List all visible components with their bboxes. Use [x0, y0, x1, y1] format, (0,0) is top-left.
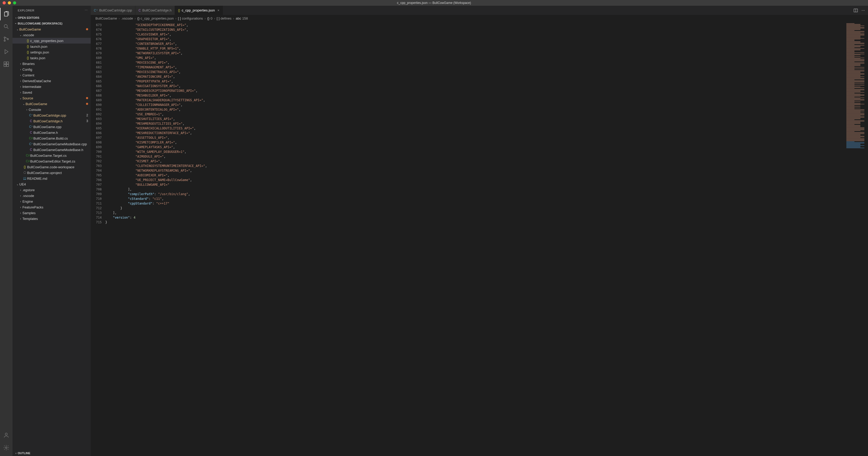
chevron-right-icon: › [19, 189, 23, 192]
cpp-file-icon: C⁺ [29, 125, 33, 129]
file-row[interactable]: CBullCowGameGameModeBase.h [12, 147, 91, 152]
file-row[interactable]: C#BullCowGame.Build.cs [12, 135, 91, 141]
json-file-icon: {} [26, 50, 30, 54]
more-actions-icon[interactable]: ⋯ [862, 8, 865, 12]
file-row[interactable]: 🕮README.md [12, 176, 91, 181]
breadcrumb-item[interactable]: abc158 [236, 17, 248, 20]
folder-row[interactable]: ›Samples [12, 210, 91, 216]
folder-row[interactable]: ⌄BullCowGame [12, 26, 91, 32]
breadcrumbs[interactable]: BullCowGame›.vscode›{}c_cpp_properties.j… [91, 15, 868, 22]
minimap[interactable] [844, 22, 868, 456]
open-editors-label: OPEN EDITORS [18, 16, 39, 19]
chevron-down-icon: ⌄ [16, 183, 19, 186]
file-row[interactable]: {}c_cpp_properties.json [12, 38, 91, 44]
account-activity-icon[interactable] [0, 429, 12, 441]
breadcrumb-item[interactable]: {}0 [207, 17, 212, 20]
folder-row[interactable]: ›.vscode [12, 193, 91, 199]
search-activity-icon[interactable] [0, 20, 12, 33]
file-row[interactable]: CBullCowGame.h [12, 130, 91, 135]
breadcrumb-type-icon: [ ] [178, 17, 181, 20]
modified-dot-icon [86, 97, 88, 99]
editor-body[interactable]: 6736746756766776786796806816826836846856… [91, 22, 868, 456]
line-gutter: 6736746756766776786796806816826836846856… [91, 22, 105, 456]
folder-row[interactable]: ›Content [12, 72, 91, 78]
settings-activity-icon[interactable] [0, 441, 12, 454]
tree-item-label: BullCowGameGameModeBase.h [33, 148, 88, 152]
file-row[interactable]: C⁺BullCowGame.cpp [12, 124, 91, 130]
folder-row[interactable]: ⌄.vscode [12, 32, 91, 38]
editor-tab[interactable]: C⁺BullCowCartridge.cpp [91, 6, 135, 15]
folder-row[interactable]: ›Binaries [12, 61, 91, 66]
tab-bar: C⁺BullCowCartridge.cppCBullCowCartridge.… [91, 6, 868, 15]
minimize-window-button[interactable] [8, 1, 11, 4]
file-row[interactable]: {}BullCowGame.code-workspace [12, 164, 91, 170]
h-file-icon: C [29, 119, 33, 123]
folder-row[interactable]: ⌄UE4 [12, 181, 91, 187]
cpp-file-icon: C⁺ [94, 9, 98, 12]
breadcrumb-item[interactable]: [ ]configurations [178, 17, 203, 20]
file-row[interactable]: {}launch.json [12, 44, 91, 49]
folder-row[interactable]: ›Intermediate [12, 84, 91, 89]
folder-row[interactable]: ›Saved [12, 89, 91, 95]
editor-tab[interactable]: CBullCowCartridge.h [135, 6, 175, 15]
breadcrumb-label: defines [220, 17, 231, 20]
breadcrumb-item[interactable]: .vscode [121, 17, 133, 20]
file-tree[interactable]: ⌄BullCowGame⌄.vscode{}c_cpp_properties.j… [12, 26, 91, 450]
folder-row[interactable]: ›Config [12, 66, 91, 72]
h-file-icon: C [29, 131, 33, 134]
chevron-right-icon: › [19, 200, 23, 203]
split-editor-icon[interactable] [854, 8, 858, 12]
json-file-icon: {} [23, 165, 27, 169]
chevron-right-icon: › [19, 80, 23, 82]
chevron-right-icon: › [19, 62, 23, 65]
svg-rect-6 [4, 64, 6, 66]
close-tab-icon[interactable]: × [217, 8, 219, 12]
folder-row[interactable]: ›FeaturePacks [12, 204, 91, 210]
outline-section[interactable]: › OUTLINE [12, 450, 91, 456]
file-row[interactable]: C#BullCowGameEditor.Target.cs [12, 158, 91, 164]
workspace-section[interactable]: › BULLCOWGAME (WORKSPACE) [12, 21, 91, 26]
sidebar-more-icon[interactable]: ⋯ [85, 9, 88, 12]
h-file-icon: C [138, 9, 141, 12]
tree-item-label: Saved [23, 90, 88, 94]
file-row[interactable]: {}settings.json [12, 49, 91, 55]
extensions-activity-icon[interactable] [0, 58, 12, 70]
svg-point-9 [5, 447, 7, 449]
maximize-window-button[interactable] [13, 1, 16, 4]
folder-row[interactable]: ›Templates [12, 216, 91, 222]
breadcrumb-separator-icon: › [232, 17, 235, 20]
chevron-right-icon: › [25, 108, 29, 111]
file-row[interactable]: ⎔BullCowGame.uproject [12, 170, 91, 176]
file-row[interactable]: CBullCowCartridge.h3 [12, 118, 91, 124]
breadcrumb-item[interactable]: [ ]defines [217, 17, 231, 20]
editor-tab[interactable]: {}c_cpp_properties.json× [175, 6, 223, 15]
folder-row[interactable]: ›Console [12, 107, 91, 112]
tree-item-label: Config [23, 67, 88, 72]
breadcrumb-label: configurations [182, 17, 203, 20]
cpp-file-icon: C⁺ [29, 113, 33, 117]
breadcrumb-item[interactable]: BullCowGame [95, 17, 117, 20]
file-row[interactable]: C#BullCowGame.Target.cs [12, 152, 91, 158]
open-editors-section[interactable]: › OPEN EDITORS [12, 15, 91, 21]
cs-file-icon: C# [29, 137, 33, 140]
file-row[interactable]: C⁺BullCowGameGameModeBase.cpp [12, 141, 91, 147]
explorer-activity-icon[interactable] [0, 8, 12, 20]
activity-bar [0, 6, 12, 456]
folder-row[interactable]: ›.egstore [12, 187, 91, 193]
editor-area: C⁺BullCowCartridge.cppCBullCowCartridge.… [91, 6, 868, 456]
breadcrumb-item[interactable]: {}c_cpp_properties.json [137, 17, 174, 20]
code-content[interactable]: "SCENEDEPTHPICKERMODE_API=", "DETAILCUST… [105, 22, 844, 456]
debug-activity-icon[interactable] [0, 46, 12, 58]
chevron-right-icon: › [19, 68, 23, 71]
folder-row[interactable]: ›DerivedDataCache [12, 78, 91, 84]
folder-row[interactable]: ›Engine [12, 199, 91, 204]
close-window-button[interactable] [3, 1, 6, 4]
folder-row[interactable]: ⌄Source [12, 95, 91, 101]
scm-activity-icon[interactable] [0, 33, 12, 46]
cpp-file-icon: C⁺ [29, 142, 33, 146]
file-row[interactable]: {}tasks.json [12, 55, 91, 61]
file-row[interactable]: C⁺BullCowCartridge.cpp2 [12, 112, 91, 118]
folder-row[interactable]: ⌄BullCowGame [12, 101, 91, 107]
ue-file-icon: ⎔ [23, 171, 27, 174]
svg-point-3 [7, 38, 9, 40]
